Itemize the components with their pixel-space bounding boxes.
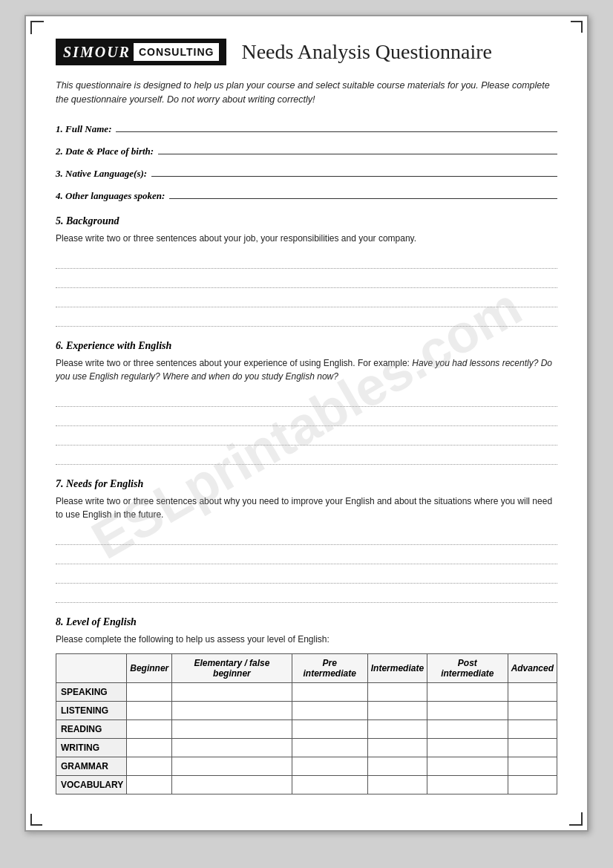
section-experience-title: 6. Experience with English	[56, 340, 557, 352]
cell-writing-elementary[interactable]	[172, 738, 292, 757]
cell-listening-int[interactable]	[367, 701, 427, 719]
cell-reading-elementary[interactable]	[172, 719, 292, 738]
section-needs-title: 7. Needs for English	[56, 478, 557, 490]
cell-writing-pre-int[interactable]	[292, 738, 367, 757]
cell-speaking-advanced[interactable]	[508, 682, 557, 701]
cell-speaking-elementary[interactable]	[172, 682, 292, 701]
field-label-other-langs: 4. Other languages spoken:	[56, 190, 165, 202]
table-row: SPEAKING	[56, 682, 557, 701]
field-native-lang: 3. Native Language(s):	[56, 165, 557, 180]
corner-decoration-tr	[571, 21, 583, 33]
intro-text: This questionnaire is designed to help u…	[56, 79, 557, 107]
cell-listening-pre-int[interactable]	[292, 701, 367, 719]
skill-grammar: GRAMMAR	[56, 757, 127, 775]
cell-speaking-int[interactable]	[367, 682, 427, 701]
write-line[interactable]	[56, 567, 557, 584]
cell-speaking-pre-int[interactable]	[292, 682, 367, 701]
cell-listening-post-int[interactable]	[427, 701, 508, 719]
header: SIMOUR CONSULTING Needs Analysis Questio…	[56, 39, 557, 65]
cell-writing-beginner[interactable]	[127, 738, 172, 757]
cell-reading-pre-int[interactable]	[292, 719, 367, 738]
field-line-dob[interactable]	[158, 143, 557, 154]
cell-writing-int[interactable]	[367, 738, 427, 757]
table-row: READING	[56, 719, 557, 738]
skill-listening: LISTENING	[56, 701, 127, 719]
write-line[interactable]	[56, 291, 557, 307]
table-header-empty	[56, 653, 127, 682]
field-label-full-name: 1. Full Name:	[56, 123, 111, 135]
cell-vocabulary-post-int[interactable]	[427, 775, 508, 794]
section-background-lines	[56, 252, 557, 327]
table-row: GRAMMAR	[56, 757, 557, 775]
cell-grammar-post-int[interactable]	[427, 757, 508, 775]
table-header-elementary: Elementary / false beginner	[172, 653, 292, 682]
section-needs: 7. Needs for English Please write two or…	[56, 478, 557, 603]
cell-listening-elementary[interactable]	[172, 701, 292, 719]
cell-listening-beginner[interactable]	[127, 701, 172, 719]
skill-writing: WRITING	[56, 738, 127, 757]
logo: SIMOUR CONSULTING	[56, 39, 226, 65]
cell-grammar-pre-int[interactable]	[292, 757, 367, 775]
write-line[interactable]	[56, 587, 557, 603]
section-background-title: 5. Background	[56, 215, 557, 227]
cell-speaking-beginner[interactable]	[127, 682, 172, 701]
cell-grammar-beginner[interactable]	[127, 757, 172, 775]
logo-brand: SIMOUR	[63, 44, 131, 61]
cell-vocabulary-beginner[interactable]	[127, 775, 172, 794]
write-line[interactable]	[56, 548, 557, 564]
cell-grammar-elementary[interactable]	[172, 757, 292, 775]
table-header-row: Beginner Elementary / false beginner Pre…	[56, 653, 557, 682]
field-dob: 2. Date & Place of birth:	[56, 143, 557, 157]
table-row: VOCABULARY	[56, 775, 557, 794]
cell-grammar-advanced[interactable]	[508, 757, 557, 775]
table-header-pre-intermediate: Pre intermediate	[292, 653, 367, 682]
field-label-native-lang: 3. Native Language(s):	[56, 168, 147, 180]
cell-speaking-post-int[interactable]	[427, 682, 508, 701]
write-line[interactable]	[56, 529, 557, 545]
cell-reading-post-int[interactable]	[427, 719, 508, 738]
skill-speaking: SPEAKING	[56, 682, 127, 701]
level-table: Beginner Elementary / false beginner Pre…	[56, 653, 557, 794]
form-fields: 1. Full Name: 2. Date & Place of birth: …	[56, 120, 557, 202]
section-experience-desc: Please write two or three sentences abou…	[56, 356, 557, 383]
cell-reading-int[interactable]	[367, 719, 427, 738]
write-line[interactable]	[56, 410, 557, 426]
table-header-post-intermediate: Post intermediate	[427, 653, 508, 682]
skill-vocabulary: VOCABULARY	[56, 775, 127, 794]
field-line-other-langs[interactable]	[169, 187, 557, 199]
cell-reading-beginner[interactable]	[127, 719, 172, 738]
section-level-title: 8. Level of English	[56, 616, 557, 628]
section-level-desc: Please complete the following to help us…	[56, 633, 557, 646]
level-table-wrap: Beginner Elementary / false beginner Pre…	[56, 653, 557, 794]
write-line[interactable]	[56, 272, 557, 288]
field-label-dob: 2. Date & Place of birth:	[56, 146, 154, 157]
cell-writing-post-int[interactable]	[427, 738, 508, 757]
write-line[interactable]	[56, 391, 557, 407]
page-title: Needs Analysis Questionnaire	[241, 40, 492, 64]
cell-writing-advanced[interactable]	[508, 738, 557, 757]
cell-listening-advanced[interactable]	[508, 701, 557, 719]
section-experience-lines	[56, 391, 557, 465]
cell-vocabulary-elementary[interactable]	[172, 775, 292, 794]
field-line-full-name[interactable]	[116, 120, 557, 132]
section-background: 5. Background Please write two or three …	[56, 215, 557, 327]
table-header-beginner: Beginner	[127, 653, 172, 682]
cell-vocabulary-advanced[interactable]	[508, 775, 557, 794]
write-line[interactable]	[56, 310, 557, 327]
section-level: 8. Level of English Please complete the …	[56, 616, 557, 794]
field-line-native-lang[interactable]	[151, 165, 557, 177]
table-header-intermediate: Intermediate	[367, 653, 427, 682]
table-row: LISTENING	[56, 701, 557, 719]
section-background-desc: Please write two or three sentences abou…	[56, 232, 557, 245]
skill-reading: READING	[56, 719, 127, 738]
corner-decoration-bl	[30, 814, 42, 826]
logo-suffix: CONSULTING	[134, 43, 220, 61]
cell-vocabulary-pre-int[interactable]	[292, 775, 367, 794]
write-line[interactable]	[56, 429, 557, 446]
write-line[interactable]	[56, 252, 557, 269]
section-needs-desc: Please write two or three sentences abou…	[56, 495, 557, 521]
cell-vocabulary-int[interactable]	[367, 775, 427, 794]
cell-grammar-int[interactable]	[367, 757, 427, 775]
write-line[interactable]	[56, 448, 557, 465]
cell-reading-advanced[interactable]	[508, 719, 557, 738]
